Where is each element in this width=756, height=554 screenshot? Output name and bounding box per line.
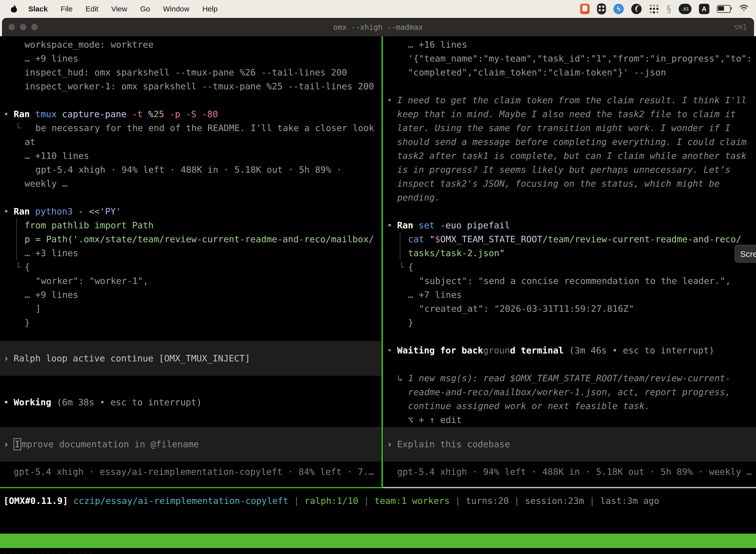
- line-text: -p -S -80: [170, 109, 218, 119]
- wifi-icon[interactable]: [738, 5, 750, 13]
- line-text: task2 after task1 is complete, but can I…: [397, 151, 747, 161]
- line-text: python3: [35, 206, 78, 216]
- composer-input-right[interactable]: ›Explain this codebase: [383, 427, 756, 462]
- terminal-line: ›Improve documentation in @filename: [0, 437, 381, 451]
- terminal-line: later. Using the same for transition mig…: [383, 121, 756, 135]
- terminal-line: … +9 lines: [0, 52, 381, 65]
- line-text: {: [24, 262, 30, 272]
- terminal-line: }: [0, 316, 381, 330]
- line-text: "subject": "send a concise recommendatio…: [419, 276, 731, 286]
- omx-ralph-count: ralph:1/10: [305, 496, 364, 506]
- grid-dots-icon[interactable]: [649, 4, 659, 14]
- composer-input-left[interactable]: ›Improve documentation in @filename: [0, 427, 381, 462]
- window-titlebar[interactable]: omx --xhigh --madmax ⌥⌘1: [2, 18, 754, 36]
- badge-61-icon[interactable]: ..61: [679, 4, 692, 14]
- terminal-line: [383, 330, 756, 343]
- line-text: ": [430, 234, 435, 244]
- line-text: Ralph loop active continue [OMX_TMUX_INJ…: [14, 353, 250, 364]
- line-text: Ran: [14, 109, 35, 119]
- line-text: -euo pipefail: [440, 220, 510, 230]
- line-text: /team/review-current-readme-and-reco/: [543, 234, 741, 244]
- left-agent-pane[interactable]: workspace_mode: worktree… +9 linesinspec…: [0, 36, 381, 487]
- line-text: later. Using the same for transition mig…: [397, 123, 731, 133]
- line-text: gpt-5.4 xhigh · essay/ai-reimplementatio…: [14, 466, 374, 477]
- terminal-line: inspect_worker-1: omx sparkshell --tmux-…: [0, 79, 381, 93]
- line-text: Ran: [397, 220, 419, 230]
- terminal-line: at: [0, 135, 381, 149]
- terminal-line: tasks/task-2.json": [383, 246, 756, 260]
- terminal-line: … +3 lines: [0, 246, 381, 260]
- menu-item-go[interactable]: Go: [140, 5, 150, 13]
- tmux-session-name[interactable]: [omx-cczip0:bash*: [2, 548, 94, 554]
- menu-item-file[interactable]: File: [61, 5, 72, 13]
- menu-item-slack[interactable]: Slack: [28, 5, 48, 13]
- dark-crescent-icon[interactable]: [631, 4, 642, 14]
- omx-session-time: session:23m: [525, 496, 589, 506]
- line-text: tmux: [35, 109, 62, 119]
- omx-turns: turns:20: [466, 496, 514, 506]
- line-text: (3m 46s • esc to interrupt): [569, 345, 714, 355]
- apple-menu-icon[interactable]: [10, 5, 18, 13]
- screen-tooltip: Scre: [735, 245, 756, 263]
- line-text: -t: [132, 109, 148, 119]
- line-text: … +9 lines: [24, 53, 78, 63]
- terminal-line: weekly …: [0, 177, 381, 190]
- terminal-line: [383, 79, 756, 93]
- orange-chat-icon[interactable]: [580, 4, 589, 14]
- omx-team-workers: team:1 workers: [375, 496, 455, 506]
- line-text: ⌥ + ↑ edit: [408, 415, 462, 425]
- line-text: p = Path('.omx/state/team/review-current…: [24, 234, 374, 244]
- shield-grid-icon[interactable]: [597, 3, 606, 14]
- line-text: Ran: [14, 206, 35, 216]
- spacer: [0, 409, 381, 427]
- line-text: mprove documentation in @filename: [21, 439, 199, 449]
- omx-version: [OMX#0.11.9]: [3, 496, 68, 506]
- menu-item-window[interactable]: Window: [163, 5, 189, 13]
- line-text: be necessary for the end of the README. …: [36, 123, 374, 133]
- line-text: d terminal: [510, 345, 569, 355]
- menu-item-help[interactable]: Help: [202, 5, 218, 13]
- blue-bolt-icon[interactable]: ϟ: [613, 4, 624, 14]
- line-marker: ›: [387, 437, 392, 451]
- terminal-line: ›Ralph loop active continue [OMX_TMUX_IN…: [0, 351, 381, 365]
- menu-item-edit[interactable]: Edit: [85, 5, 99, 13]
- pane-divider[interactable]: [381, 36, 383, 487]
- line-text: OMX_TEAM_STATE_ROOT: [440, 234, 543, 244]
- line-text: "completed","claim_token":"claim-token"}…: [408, 67, 666, 77]
- line-marker: •: [3, 395, 9, 409]
- terminal-line: ]: [0, 302, 381, 316]
- line-text: readme-and-reco/mailbox/worker-1.json, a…: [408, 387, 731, 397]
- terminal-line: inspect task2's JSON, focusing on the st…: [383, 177, 756, 190]
- right-agent-pane[interactable]: … +16 lines'{"team_name":"my-team","task…: [383, 36, 756, 487]
- spacer: [0, 330, 381, 341]
- spacer: [383, 462, 756, 465]
- line-text: at: [24, 137, 35, 147]
- terminal-line: "subject": "send a concise recommendatio…: [383, 274, 756, 288]
- terminal-line: '{"team_name":"my-team","task_id":"1","f…: [383, 52, 756, 65]
- line-text: (6m 38s • esc to interrupt): [57, 397, 202, 407]
- line-marker: •: [3, 107, 9, 121]
- terminal-line: [0, 93, 381, 107]
- line-text: {: [408, 262, 414, 272]
- terminal-line: … +110 lines: [0, 149, 381, 163]
- terminal-line: •I need to get the claim token from the …: [383, 93, 756, 107]
- omx-last-activity: last:3m ago: [600, 496, 659, 506]
- terminal-area: workspace_mode: worktree… +9 linesinspec…: [0, 36, 756, 487]
- line-marker: •: [387, 218, 392, 232]
- squiggle-icon[interactable]: §: [667, 3, 671, 14]
- terminal-line: •Ran set -euo pipefail: [383, 218, 756, 232]
- line-text: I need to get the claim token from the c…: [397, 95, 747, 105]
- terminal-line: •Ran tmux capture-pane -t %25 -p -S -80: [0, 107, 381, 121]
- terminal-line: •Ran python3 - <<'PY': [0, 205, 381, 218]
- line-text: '{"team_name":"my-team","task_id":"1","f…: [408, 53, 752, 63]
- line-text: pending.: [397, 192, 440, 203]
- terminal-line: from pathlib import Path: [0, 218, 381, 232]
- line-text: tasks/task-2.json: [408, 248, 499, 258]
- menu-item-view[interactable]: View: [111, 5, 127, 13]
- assistant-a-icon[interactable]: A: [699, 4, 709, 14]
- line-marker: •: [3, 205, 9, 218]
- line-text: … +110 lines: [24, 151, 89, 161]
- terminal-line: inspect_hud: omx sparkshell --tmux-pane …: [0, 65, 381, 79]
- line-text: weekly …: [24, 178, 67, 189]
- line-text: ]: [36, 303, 41, 314]
